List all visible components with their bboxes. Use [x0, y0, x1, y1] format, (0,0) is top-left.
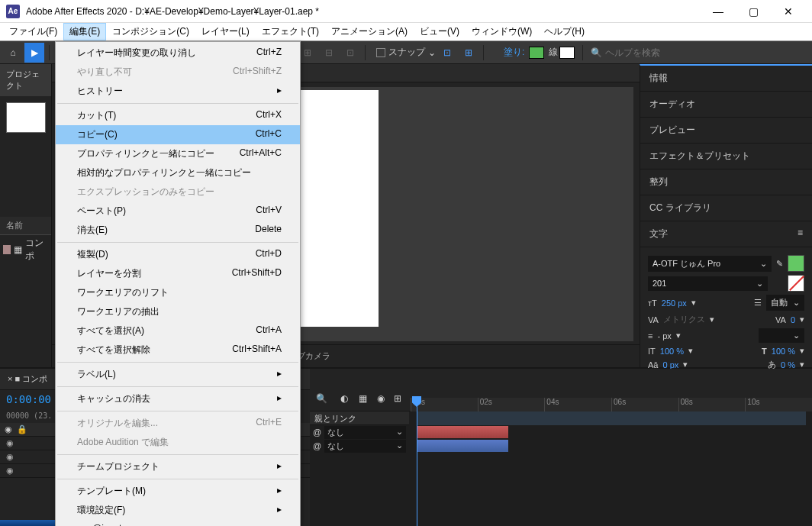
eye-column-icon: ◉	[5, 424, 12, 434]
pickwhip-icon[interactable]: @	[313, 441, 321, 450]
menu-item[interactable]: プロパティリンクと一緒にコピーCtrl+Alt+C	[56, 144, 300, 163]
menu-t[interactable]: エフェクト(T)	[256, 23, 325, 40]
leading-dropdown[interactable]: 自動⌄	[766, 295, 804, 311]
menu-item[interactable]: ヒストリー▸	[56, 82, 300, 101]
kerning-value[interactable]: メトリクス	[663, 314, 705, 325]
search-input[interactable]	[605, 47, 674, 58]
text-fill-swatch[interactable]	[788, 255, 804, 272]
parent-cell[interactable]: @ なし⌄	[310, 425, 409, 439]
shy-icon[interactable]: ◐	[340, 393, 348, 404]
snap-toggle[interactable]: スナップ ⌄	[376, 46, 436, 59]
fill-label[interactable]: 塗り:	[504, 46, 524, 59]
search-layer-icon[interactable]: 🔍	[316, 393, 327, 404]
selection-tool-icon[interactable]: ▶	[24, 43, 44, 63]
frame-blend-icon[interactable]: ▦	[359, 393, 367, 404]
layer-bar[interactable]	[417, 440, 508, 452]
menu-f[interactable]: ファイル(F)	[3, 23, 63, 40]
panel-header[interactable]: 情報	[640, 66, 812, 92]
snap-opt2-icon[interactable]: ⊞	[459, 43, 478, 63]
track-area[interactable]	[411, 411, 812, 526]
menu-item[interactable]: レイヤーを分割Ctrl+Shift+D	[56, 264, 300, 283]
visibility-icon[interactable]: ◉	[5, 466, 15, 476]
menu-w[interactable]: ウィンドウ(W)	[466, 23, 538, 40]
layer-bar[interactable]	[417, 426, 508, 438]
playhead[interactable]	[417, 396, 417, 526]
menu-item[interactable]: 複製(D)Ctrl+D	[56, 245, 300, 264]
panel-header[interactable]: 整列	[640, 169, 812, 195]
menu-item[interactable]: 消去(E)Delete	[56, 221, 300, 240]
menu-item: オリジナルを編集...Ctrl+E	[56, 414, 300, 433]
motion-blur-icon[interactable]: ◉	[377, 393, 385, 404]
menu-item[interactable]: ワークエリアのリフト	[56, 283, 300, 302]
menu-item[interactable]: ラベル(L)▸	[56, 365, 300, 384]
hscale-value[interactable]: 100 %	[772, 347, 795, 356]
stroke-width-value[interactable]: - px	[657, 331, 671, 340]
menu-l[interactable]: レイヤー(L)	[195, 23, 256, 40]
snap-opt1-icon[interactable]: ⊡	[437, 43, 457, 63]
menu-a[interactable]: アニメーション(A)	[325, 23, 414, 40]
home-icon[interactable]: ⌂	[3, 43, 23, 63]
ruler-tick: 04s	[544, 398, 611, 411]
name-column-header[interactable]: 名前	[0, 217, 51, 235]
visibility-icon[interactable]: ◉	[5, 452, 15, 462]
project-item-row[interactable]: ▦ コンポ	[0, 235, 51, 264]
graph-editor-icon[interactable]: ⊞	[394, 393, 401, 404]
stroke-label[interactable]: 線	[549, 46, 558, 59]
menu-item[interactable]: チームプロジェクト▸	[56, 457, 300, 476]
menu-item[interactable]: テンプレート(M)▸	[56, 482, 300, 501]
work-area[interactable]	[417, 411, 806, 425]
vscale-value[interactable]: 100 %	[660, 347, 684, 356]
baseline-value[interactable]: 0 px	[662, 360, 678, 369]
menu-item[interactable]: ペースト(P)Ctrl+V	[56, 202, 300, 221]
panel-header[interactable]: エフェクト＆プリセット	[640, 144, 812, 169]
minimize-button[interactable]: —	[701, 0, 736, 23]
current-timecode[interactable]: 0:00:00	[6, 393, 51, 405]
search-icon: 🔍	[591, 47, 602, 58]
menu-item[interactable]: すべてを選択(A)Ctrl+A	[56, 321, 300, 340]
ruler-tick: 10s	[745, 398, 812, 411]
stroke-style-dropdown[interactable]: ⌄	[759, 328, 804, 343]
kerning-icon: VA	[648, 315, 659, 324]
world-axis-icon[interactable]: ⊟	[319, 43, 339, 63]
menu-item[interactable]: コピー(C)Ctrl+C	[56, 125, 300, 144]
menu-item[interactable]: すべてを選択解除Ctrl+Shift+A	[56, 340, 300, 360]
panel-header[interactable]: オーディオ	[640, 92, 812, 118]
fill-swatch[interactable]	[529, 47, 544, 59]
tracking-value[interactable]: 0	[791, 315, 795, 324]
eyedropper-icon[interactable]: ✎	[776, 259, 783, 269]
menu-item[interactable]: 環境設定(F)▸	[56, 501, 300, 520]
font-size-icon: тT	[648, 298, 657, 308]
panel-header[interactable]: プレビュー	[640, 118, 812, 144]
menu-item[interactable]: キャッシュの消去▸	[56, 389, 300, 408]
parent-cell[interactable]: @ なし⌄	[310, 439, 409, 453]
menu-item[interactable]: レイヤー時間変更の取り消しCtrl+Z	[56, 44, 300, 63]
panel-menu-icon[interactable]: ≡	[798, 228, 803, 240]
vscale-icon: IT	[648, 347, 656, 356]
tsume-value[interactable]: 0 %	[781, 360, 795, 369]
time-ruler[interactable]: 00s02s04s06s08s10s	[411, 398, 812, 411]
maximize-button[interactable]: ▢	[736, 0, 771, 23]
panel-header[interactable]: CC ライブラリ	[640, 195, 812, 221]
text-stroke-swatch[interactable]	[788, 275, 804, 292]
menu-h[interactable]: ヘルプ(H)	[538, 23, 591, 40]
parent-link-header: 親とリンク	[310, 411, 409, 425]
menu-item[interactable]: 相対的なプロパティリンクと一緒にコピー	[56, 163, 300, 182]
character-panel-header[interactable]: 文字≡	[640, 221, 812, 247]
visibility-icon[interactable]: ◉	[5, 438, 15, 448]
menu-c[interactable]: コンポジション(C)	[106, 23, 195, 40]
project-panel: プロジェクト 名前 ▦ コンポ	[0, 64, 52, 367]
font-weight-dropdown[interactable]: 201⌄	[648, 276, 768, 291]
stroke-swatch[interactable]	[559, 47, 575, 59]
menu-v[interactable]: ビュー(V)	[414, 23, 466, 40]
menu-item[interactable]: ワークエリアの抽出	[56, 302, 300, 321]
font-size-value[interactable]: 250 px	[662, 298, 687, 308]
character-panel: A-OTF じゅん Pro⌄ ✎ 201⌄ тT 250 px▾ ☰ 自動⌄ V…	[640, 247, 812, 378]
menu-e[interactable]: 編集(E)	[63, 23, 106, 40]
view-axis-icon[interactable]: ⊡	[340, 43, 360, 63]
menu-item[interactable]: カット(T)Ctrl+X	[56, 106, 300, 125]
close-button[interactable]: ✕	[771, 0, 806, 23]
project-tab[interactable]: プロジェクト	[0, 64, 51, 96]
font-family-dropdown[interactable]: A-OTF じゅん Pro⌄	[648, 256, 772, 272]
menu-item[interactable]: neg@ipentec.com▸	[56, 520, 300, 526]
pickwhip-icon[interactable]: @	[313, 428, 321, 437]
